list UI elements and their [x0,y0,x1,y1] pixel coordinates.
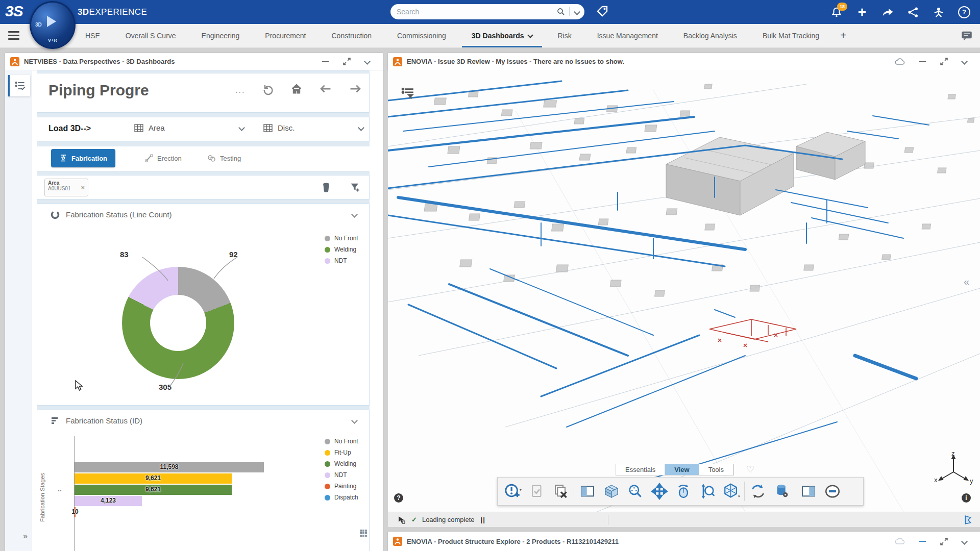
forward-arrow-icon[interactable] [349,83,362,95]
collapse-section-icon[interactable] [351,417,358,424]
approve-document-button[interactable] [525,480,549,503]
tab-hse[interactable]: HSE [72,24,113,47]
tab-3d-dashboards[interactable]: 3D Dashboards [459,24,545,47]
model-database-button[interactable] [770,480,794,503]
bar-legend-item[interactable]: Dispatch [325,494,358,501]
donut-legend-item[interactable]: Welding [325,246,358,253]
share-arrow-icon[interactable] [881,6,894,19]
donut-legend-item[interactable]: NDT [325,257,358,264]
stage-tab-fabrication[interactable]: Fabrication [51,149,115,167]
add-content-icon[interactable]: + [855,6,869,19]
flag-icon[interactable] [964,515,973,525]
zoom-button[interactable] [695,480,719,503]
add-filter-icon[interactable] [350,182,361,193]
toolbar-tab-tools[interactable]: Tools [699,464,733,475]
remove-filter-icon[interactable]: × [81,184,85,191]
bar-legend-item[interactable]: Fit-Up [325,449,358,456]
tab-overall-s-curve[interactable]: Overall S Curve [113,24,189,47]
info-button[interactable]: i [962,493,971,503]
resize-grid-handle[interactable] [360,530,368,538]
back-arrow-icon[interactable] [319,83,332,95]
tag-icon[interactable] [596,5,608,17]
filter-row: Area A0UUS01 × [37,175,370,199]
netvibes-window-header: NETVIBES - Data Perspectives - 3D Dashbo… [5,53,383,70]
maximize-icon[interactable] [940,538,948,545]
search-icon[interactable] [557,8,565,16]
home-icon[interactable] [290,83,303,95]
pause-button[interactable]: || [481,516,485,523]
bar-row[interactable]: 9,621 [75,485,232,495]
share-nodes-icon[interactable] [906,6,920,19]
stage-tab-erection[interactable]: Erection [137,149,190,167]
compass-3dexperience-button[interactable]: 3D V+R [30,1,76,49]
minimize-icon[interactable] [322,61,329,62]
view-filter-icon[interactable] [401,86,415,101]
tab-procurement[interactable]: Procurement [252,24,318,47]
tab-engineering[interactable]: Engineering [189,24,253,47]
tab-bulk-mat-tracking[interactable]: Bulk Mat Tracking [750,24,832,47]
more-options-button[interactable]: ... [235,86,245,95]
maximize-icon[interactable] [343,58,351,65]
area-dropdown[interactable]: Area [134,123,244,132]
toolbar-tab-essentials[interactable]: Essentials [616,464,665,475]
hide-element-button[interactable] [820,480,844,503]
tab-construction[interactable]: Construction [319,24,385,47]
widget-list-button[interactable] [8,75,30,96]
rotate-view-button[interactable] [671,480,695,503]
bar-row[interactable]: 9,621 [75,473,232,484]
tab-risk[interactable]: Risk [545,24,584,47]
bar-row[interactable]: 10 [75,507,76,517]
cloud-icon [895,537,905,545]
collapse-window-icon[interactable] [364,58,371,65]
minimize-icon[interactable] [919,541,926,542]
3d-viewport[interactable]: « Essentials View Tools ♡ [388,70,980,512]
area-filter-chip[interactable]: Area A0UUS01 × [44,179,88,196]
y-axis-label: Fabrication Stages [39,444,45,551]
collapse-window-icon[interactable] [961,538,968,545]
favorites-heart-icon[interactable]: ♡ [746,464,754,475]
bar-row[interactable]: 4,123 [75,496,142,506]
maximize-icon[interactable] [940,58,948,65]
collapse-window-icon[interactable] [961,58,968,65]
erection-icon [145,154,153,162]
bar-legend-item[interactable]: Welding [325,460,358,467]
section-cube-button[interactable] [599,480,623,503]
global-search[interactable] [390,4,584,19]
search-scope-dropdown[interactable] [570,7,584,16]
bar-legend: No Front Fit-Up Welding NDT Painting Dis… [325,438,358,501]
iso-view-button[interactable] [719,480,743,503]
bar-row[interactable]: 11,598 [75,462,264,472]
collapse-section-icon[interactable] [351,211,358,218]
bar-legend-item[interactable]: No Front [325,438,358,445]
stage-tab-testing[interactable]: Testing [199,149,249,167]
chat-icon[interactable] [961,30,973,42]
notifications-bell-icon[interactable]: 18 [830,6,843,19]
new-issue-button[interactable] [501,480,525,503]
bar-legend-item[interactable]: NDT [325,471,358,479]
help-icon[interactable]: ? [958,6,971,19]
people-icon[interactable] [932,6,945,19]
reset-icon[interactable] [262,83,274,95]
donut-legend-item[interactable]: No Front [325,235,358,242]
clear-selection-button[interactable] [549,480,573,503]
tab-issue-management[interactable]: Issue Management [584,24,671,47]
bar-legend-item[interactable]: Painting [325,483,358,490]
add-tab-button[interactable]: + [832,24,854,47]
pan-button[interactable] [647,480,671,503]
tab-backlog-analysis[interactable]: Backlog Analysis [671,24,750,47]
zoom-area-button[interactable] [623,480,647,503]
disc-dropdown[interactable]: Disc. [263,123,363,132]
hamburger-menu-icon[interactable] [8,31,19,40]
minimize-icon[interactable] [919,61,926,62]
split-view-button[interactable] [575,480,599,503]
select-cursor-icon[interactable] [397,515,406,524]
expand-panel-button[interactable]: » [23,532,28,541]
collapse-right-arrow[interactable]: « [964,276,969,288]
delete-filters-icon[interactable] [321,182,331,193]
tab-commissioning[interactable]: Commissioning [384,24,459,47]
search-input[interactable] [390,8,557,16]
toolbar-tab-view[interactable]: View [665,464,699,475]
turntable-button[interactable] [746,480,770,503]
help-button[interactable]: ? [394,493,403,503]
compare-view-button[interactable] [796,480,820,503]
